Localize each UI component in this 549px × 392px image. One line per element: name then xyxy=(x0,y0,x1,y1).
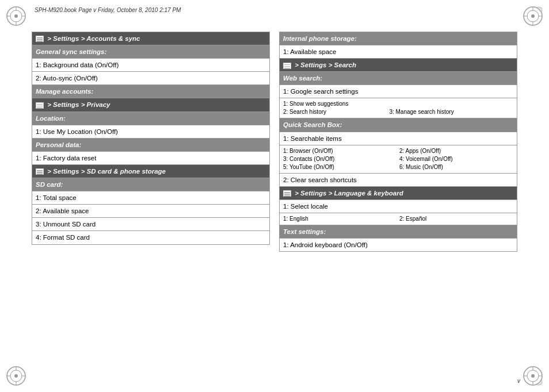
table-row: > Settings > Privacy xyxy=(32,98,270,112)
item-select-locale: 1: Select locale xyxy=(280,199,517,213)
section-title-manage-accounts: Manage accounts: xyxy=(32,85,270,98)
item-available-space: 2: Available space xyxy=(32,205,270,218)
table-row: > Settings > Language & keyboard xyxy=(280,186,517,199)
section-title-quick-search: Quick Search Box: xyxy=(280,118,517,132)
section-title-text-settings: Text settings: xyxy=(280,225,517,238)
section-title-location: Location: xyxy=(32,112,270,125)
section-header-accounts: > Settings > Accounts & sync xyxy=(32,32,270,45)
table-row: General sync settings: xyxy=(32,45,270,59)
table-row: 1: English 2: Español xyxy=(280,213,517,225)
sub-contacts: 3: Contacts (On/Off) xyxy=(283,155,397,163)
menu-icon xyxy=(283,63,291,69)
right-column: Internal phone storage: 1: Available spa… xyxy=(279,32,517,366)
sub-english: 1: English xyxy=(283,215,397,223)
table-row: 1: Show web suggestions 2: Search histor… xyxy=(280,98,517,118)
table-row: > Settings > SD card & phone storage xyxy=(32,164,270,178)
section-header-search: > Settings > Search xyxy=(280,59,517,72)
page-number: v xyxy=(517,378,520,384)
item-search-sub: 1: Show web suggestions 2: Search histor… xyxy=(280,98,517,118)
section-header-sdcard: > Settings > SD card & phone storage xyxy=(32,164,270,178)
table-row: 1: Browser (On/Off) 2: Apps (On/Off) 3: … xyxy=(280,145,517,173)
menu-icon xyxy=(36,102,44,109)
table-row: Quick Search Box: xyxy=(280,118,517,132)
table-row: Internal phone storage: xyxy=(280,32,517,45)
table-row: > Settings > Accounts & sync xyxy=(32,32,270,45)
section-header-privacy: > Settings > Privacy xyxy=(32,98,270,112)
table-row: 2: Auto-sync (On/Off) xyxy=(32,72,270,85)
right-settings-table: Internal phone storage: 1: Available spa… xyxy=(279,32,517,252)
section-title-web-search: Web search: xyxy=(280,72,517,85)
content-area: > Settings > Accounts & sync General syn… xyxy=(32,32,517,366)
table-row: 1: Available space xyxy=(280,45,517,59)
sub-manage-history: 3: Manage search history xyxy=(330,108,513,116)
corner-decoration-tl xyxy=(5,5,28,28)
table-row: 1: Factory data reset xyxy=(32,151,270,164)
section-title-internal-storage: Internal phone storage: xyxy=(280,32,517,45)
table-row: SD card: xyxy=(32,178,270,191)
corner-decoration-bl xyxy=(5,364,28,387)
table-row: 4: Format SD card xyxy=(32,231,270,244)
page-label: SPH-M920.book Page v Friday, October 8, … xyxy=(35,7,181,13)
table-row: 1: Select locale xyxy=(280,199,517,213)
corner-decoration-tr xyxy=(521,5,544,28)
sub-music: 6: Music (On/Off) xyxy=(399,163,513,171)
section-title-sdcard: SD card: xyxy=(32,178,270,191)
table-row: 2: Available space xyxy=(32,205,270,218)
item-factory-reset: 1: Factory data reset xyxy=(32,151,270,164)
table-row: 2: Clear search shortcuts xyxy=(280,173,517,186)
table-row: Text settings: xyxy=(280,225,517,238)
table-row: 1: Background data (On/Off) xyxy=(32,59,270,72)
sub-voicemail: 4: Voicemail (On/Off) xyxy=(399,155,513,163)
table-row: 1: Total space xyxy=(32,191,270,205)
menu-icon xyxy=(36,36,44,42)
section-header-language: > Settings > Language & keyboard xyxy=(280,186,517,199)
table-row: > Settings > Search xyxy=(280,59,517,72)
left-column: > Settings > Accounts & sync General syn… xyxy=(32,32,270,366)
item-auto-sync: 2: Auto-sync (On/Off) xyxy=(32,72,270,85)
item-searchable-items: 1: Searchable items xyxy=(280,132,517,145)
svg-point-23 xyxy=(531,374,535,378)
sub-youtube: 5: YouTube (On/Off) xyxy=(283,163,397,171)
item-locale-sub: 1: English 2: Español xyxy=(280,213,517,225)
item-format-sd: 4: Format SD card xyxy=(32,231,270,244)
item-use-my-location: 1: Use My Location (On/Off) xyxy=(32,125,270,138)
item-google-search: 1: Google search settings xyxy=(280,85,517,98)
table-row: 1: Google search settings xyxy=(280,85,517,98)
menu-icon xyxy=(283,190,291,197)
table-row: Location: xyxy=(32,112,270,125)
table-row: Web search: xyxy=(280,72,517,85)
svg-point-16 xyxy=(14,374,18,378)
svg-point-2 xyxy=(14,14,18,18)
sub-apps: 2: Apps (On/Off) xyxy=(399,147,513,155)
item-clear-search: 2: Clear search shortcuts xyxy=(280,173,517,186)
item-background-data: 1: Background data (On/Off) xyxy=(32,59,270,72)
table-row: 1: Android keyboard (On/Off) xyxy=(280,239,517,252)
sub-show-suggestions: 1: Show web suggestions xyxy=(283,100,348,108)
table-row: 3: Unmount SD card xyxy=(32,218,270,231)
sub-browser: 1: Browser (On/Off) xyxy=(283,147,397,155)
item-searchable-sub: 1: Browser (On/Off) 2: Apps (On/Off) 3: … xyxy=(280,145,517,173)
left-settings-table: > Settings > Accounts & sync General syn… xyxy=(32,32,270,245)
table-row: Manage accounts: xyxy=(32,85,270,98)
table-row: 1: Searchable items xyxy=(280,132,517,145)
item-unmount-sd: 3: Unmount SD card xyxy=(32,218,270,231)
sub-espanol: 2: Español xyxy=(399,215,513,223)
corner-decoration-br xyxy=(521,364,544,387)
item-android-keyboard: 1: Android keyboard (On/Off) xyxy=(280,239,517,252)
table-row: 1: Use My Location (On/Off) xyxy=(32,125,270,138)
sub-search-history: 2: Search history xyxy=(283,108,326,116)
section-title-general-sync: General sync settings: xyxy=(32,45,270,59)
svg-point-9 xyxy=(531,14,535,18)
table-row: Personal data: xyxy=(32,138,270,151)
item-available-space-internal: 1: Available space xyxy=(280,45,517,59)
section-title-personal-data: Personal data: xyxy=(32,138,270,151)
item-total-space: 1: Total space xyxy=(32,191,270,205)
menu-icon xyxy=(36,168,44,175)
